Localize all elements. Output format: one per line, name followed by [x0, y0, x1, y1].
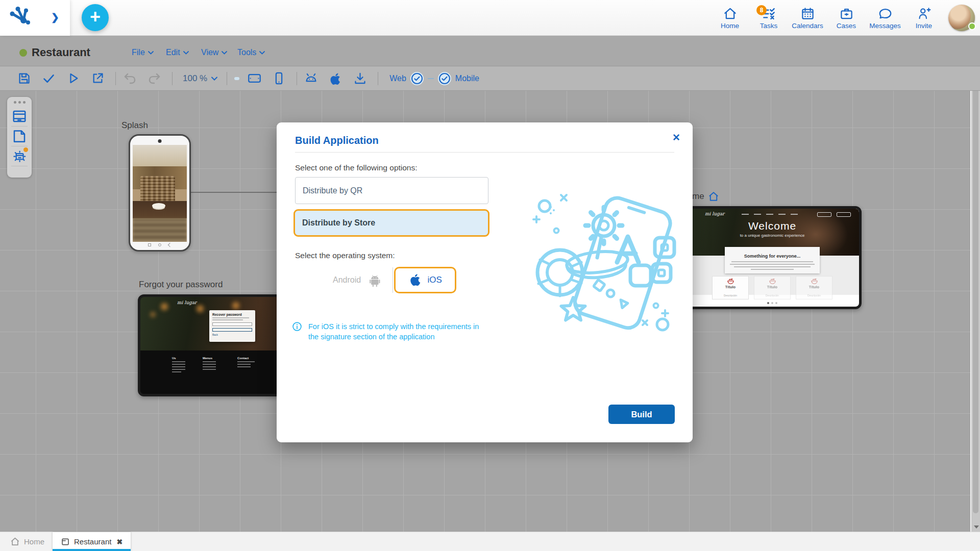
toolbar-separator [115, 72, 116, 85]
app-logo-icon[interactable] [8, 6, 32, 28]
android-build-button[interactable] [304, 71, 318, 85]
site-logo: mi lugar [705, 211, 724, 216]
tab-restaurant-label: Restaurant [74, 537, 111, 546]
info-text: For iOS it is strict to comply with the … [308, 321, 484, 342]
nav-invite-label: Invite [916, 22, 932, 30]
app-builder-screen: ❯ + Home 8 Tasks Calendars [0, 0, 980, 551]
toolbar: 100 % Web Mobile [0, 66, 980, 91]
tab-restaurant-active[interactable]: Restaurant ✖ [53, 532, 131, 551]
screen-label-forgot-password[interactable]: Forgot your password [139, 280, 223, 290]
intro-card: Something for everyone... [725, 247, 820, 273]
mobile-status-label: Mobile [455, 74, 479, 83]
recover-password-title: Recover password [212, 313, 252, 316]
mobile-view-button[interactable] [272, 71, 286, 85]
scrollbar-thumb[interactable] [973, 91, 978, 513]
screen-label-home[interactable]: me [692, 191, 719, 202]
redo-button[interactable] [148, 71, 161, 85]
welcome-subtitle: to a unique gastronomic experience [685, 233, 859, 238]
project-tab-icon [61, 537, 70, 546]
nav-tasks[interactable]: 8 Tasks [749, 7, 788, 30]
nav-tasks-label: Tasks [760, 22, 778, 30]
modal-title: Build Application [295, 135, 379, 146]
zoom-value: 100 % [183, 73, 207, 84]
top-navigation: Home 8 Tasks Calendars Cases [710, 0, 975, 36]
menu-bar: Restaurant File Edit View Tools [0, 36, 980, 66]
project-status-dot [19, 49, 27, 57]
desktop-view-button-selected[interactable] [234, 77, 239, 80]
send-button [212, 328, 252, 332]
top-bar: ❯ + Home 8 Tasks Calendars [0, 0, 980, 36]
bottom-tab-bar: Home Restaurant ✖ [0, 532, 980, 551]
scroll-down-arrow[interactable] [974, 525, 979, 529]
android-icon [368, 272, 384, 288]
option-distribute-by-qr[interactable]: Distribute by QR [295, 177, 488, 204]
nav-calendars-label: Calendars [792, 22, 823, 30]
design-canvas[interactable]: Splash Forgot your password mi lugar Rec… [0, 91, 980, 532]
panel-drag-handle[interactable] [14, 101, 26, 104]
apple-icon [408, 272, 422, 288]
splash-screen-preview[interactable] [129, 134, 191, 252]
chat-bubble-icon [878, 7, 892, 20]
option-distribute-by-store-selected[interactable]: Distribute by Store [293, 209, 489, 237]
menu-card: TítuloDescripción [796, 276, 832, 299]
nav-messages[interactable]: Messages [866, 7, 904, 30]
nav-home[interactable]: Home [710, 7, 749, 30]
web-mobile-status: Web Mobile [389, 72, 479, 85]
preview-play-button[interactable] [66, 71, 80, 85]
close-icon[interactable]: ✕ [672, 132, 680, 143]
screen-label-splash[interactable]: Splash [121, 120, 148, 131]
phone-camera-dot [158, 139, 162, 143]
calendar-icon [801, 7, 815, 20]
info-icon [292, 321, 302, 332]
nav-invite[interactable]: Invite [904, 7, 943, 30]
nav-messages-label: Messages [869, 22, 901, 30]
menu-file[interactable]: File [132, 48, 154, 57]
validate-button[interactable] [42, 71, 56, 85]
toolbar-separator [378, 72, 378, 85]
download-build-button[interactable] [353, 71, 367, 85]
modal-divider [295, 152, 674, 153]
home-screen-preview[interactable]: mi lugar Welcome to a unique gastronomic… [683, 206, 862, 309]
home-icon [723, 7, 737, 20]
mobile-check-icon[interactable] [438, 72, 451, 85]
menu-tools[interactable]: Tools [237, 48, 265, 57]
save-button[interactable] [17, 71, 31, 85]
home-label-text: me [692, 191, 704, 202]
add-new-button[interactable]: + [82, 4, 109, 31]
tab-home[interactable]: Home [2, 532, 53, 551]
menu-edit[interactable]: Edit [166, 48, 189, 57]
vertical-scrollbar[interactable] [970, 91, 980, 532]
nav-calendars[interactable]: Calendars [788, 7, 827, 30]
home-screen-icon [708, 191, 719, 202]
web-check-icon[interactable] [410, 72, 424, 85]
menu-cards: TítuloDescripción TítuloDescripción Títu… [712, 276, 832, 299]
toolbar-separator [297, 72, 297, 85]
layout-sections-icon[interactable] [12, 109, 27, 124]
login-pill-button [817, 212, 831, 217]
expand-panel-button[interactable]: ❯ [51, 11, 59, 23]
recover-password-card: Recover password Back [209, 310, 255, 342]
zoom-select[interactable]: 100 % [183, 73, 217, 84]
tab-close-icon[interactable]: ✖ [116, 538, 122, 546]
publish-export-button[interactable] [91, 71, 105, 85]
nav-cases-label: Cases [837, 22, 856, 30]
briefcase-icon [840, 7, 853, 20]
user-avatar[interactable] [948, 5, 975, 31]
tablet-view-button[interactable] [248, 71, 261, 85]
build-button[interactable]: Build [608, 405, 675, 424]
invite-user-icon [917, 7, 931, 20]
new-page-icon[interactable] [12, 129, 27, 144]
project-name: Restaurant [32, 46, 90, 59]
undo-button[interactable] [123, 71, 137, 85]
site-nav-links [742, 214, 798, 215]
toolbar-separator [172, 72, 173, 85]
nav-cases[interactable]: Cases [827, 7, 866, 30]
menu-view[interactable]: View [201, 48, 227, 57]
ios-build-button[interactable] [329, 71, 342, 85]
option-ios-selected[interactable]: iOS [394, 267, 456, 293]
popup-notification-dot [23, 147, 28, 152]
logo-box: ❯ [0, 0, 70, 36]
option-android[interactable]: Android [333, 272, 384, 288]
popup-builder-icon[interactable] [12, 148, 27, 164]
ios-info-note: For iOS it is strict to comply with the … [292, 321, 491, 342]
